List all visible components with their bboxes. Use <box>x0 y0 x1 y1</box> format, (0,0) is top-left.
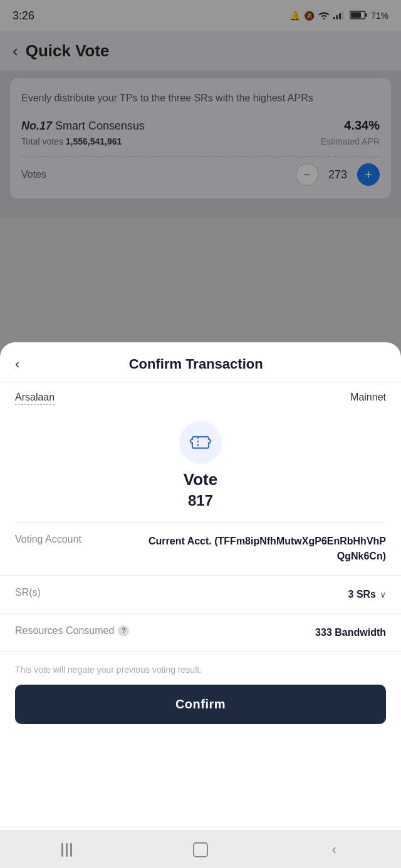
account-name: Arsalaan <box>15 392 55 405</box>
sheet-account-row: Arsalaan Mainnet <box>0 383 401 411</box>
resources-label-group: Resources Consumed ? <box>15 625 129 636</box>
home-square-icon <box>193 842 208 857</box>
sr-row: SR(s) 3 SRs ∨ <box>0 576 401 614</box>
sr-label: SR(s) <box>15 587 41 598</box>
help-icon[interactable]: ? <box>118 625 129 636</box>
vote-number: 817 <box>0 492 401 509</box>
confirm-transaction-sheet: ‹ Confirm Transaction Arsalaan Mainnet V… <box>0 342 401 830</box>
sr-value-row[interactable]: 3 SRs ∨ <box>348 587 386 602</box>
resources-value: 333 Bandwidth <box>315 625 386 640</box>
ticket-icon <box>189 431 212 454</box>
nav-back-button[interactable]: ‹ <box>309 837 359 862</box>
vote-icon-circle <box>179 421 222 464</box>
back-arrow-icon: ‹ <box>332 842 336 858</box>
voting-account-value: Current Acct. (TFFm8ipNfhMutwXgP6EnRbHhV… <box>148 534 386 564</box>
menu-lines-icon <box>61 843 72 857</box>
vote-label: Vote <box>0 470 401 489</box>
sheet-back-button[interactable]: ‹ <box>15 356 19 372</box>
vote-icon-wrap <box>0 421 401 464</box>
confirm-button[interactable]: Confirm <box>15 685 386 724</box>
warning-text: This vote will negate your previous voti… <box>0 652 401 685</box>
resources-label: Resources Consumed <box>15 625 114 636</box>
nav-home-button[interactable] <box>175 837 226 862</box>
sheet-header: ‹ Confirm Transaction <box>0 342 401 383</box>
voting-account-label: Voting Account <box>15 534 81 545</box>
voting-account-row: Voting Account Current Acct. (TFFm8ipNfh… <box>0 523 401 576</box>
nav-menu-button[interactable] <box>42 837 92 862</box>
bottom-nav-bar: ‹ <box>0 830 401 868</box>
sr-value: 3 SRs <box>348 587 376 602</box>
sheet-title: Confirm Transaction <box>19 356 372 372</box>
network-label: Mainnet <box>350 392 386 405</box>
resources-row: Resources Consumed ? 333 Bandwidth <box>0 614 401 652</box>
chevron-down-icon: ∨ <box>380 590 386 600</box>
